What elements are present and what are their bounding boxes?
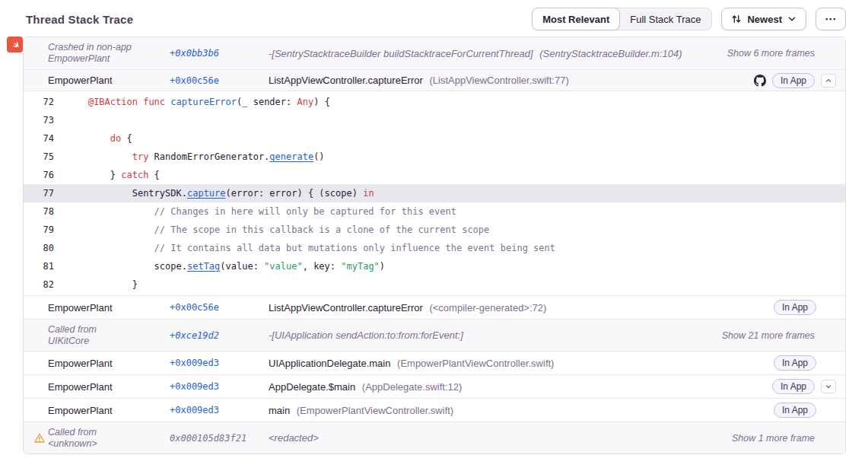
code-token: @IBAction xyxy=(88,97,138,107)
frame-address-link[interactable]: +0x009ed3 xyxy=(170,405,269,415)
frame-function: AppDelegate.$main xyxy=(269,381,355,393)
code-token: "value" xyxy=(264,261,303,272)
frame-source-link[interactable]: (EmpowerPlantViewController.swift) xyxy=(397,358,554,369)
code-token: { xyxy=(148,170,159,180)
stack-frame-row[interactable]: Called from <unknown> 0x000105d83f21 <re… xyxy=(24,422,845,453)
source-context: 72 @IBAction func captureError(_ sender:… xyxy=(24,91,845,295)
code-token: ) { xyxy=(313,97,330,107)
expand-frame-button[interactable] xyxy=(821,380,836,393)
chevron-down-icon xyxy=(825,380,832,393)
code-token: (error: error) { (scope) xyxy=(226,188,364,199)
code-token: (value: xyxy=(220,261,264,272)
frame-function: <redacted> xyxy=(269,432,319,444)
frame-function: main xyxy=(269,405,290,416)
stack-frame-row[interactable]: EmpowerPlant +0x009ed3 UIApplicationDele… xyxy=(24,351,845,374)
in-app-badge: In App xyxy=(774,403,816,418)
code-token: do xyxy=(110,133,121,144)
in-app-badge: In App xyxy=(772,379,815,394)
frame-address-link[interactable]: +0xce19d2 xyxy=(170,330,269,341)
stack-frame-row[interactable]: EmpowerPlant +0x009ed3 main (EmpowerPlan… xyxy=(24,398,845,422)
most-relevant-button[interactable]: Most Relevant xyxy=(532,8,620,30)
line-number: 77 xyxy=(24,188,54,199)
line-number: 82 xyxy=(24,279,54,290)
frame-address-link[interactable]: +0x009ed3 xyxy=(170,381,269,392)
code-line: 81 scope.setTag(value: "value", key: "my… xyxy=(24,257,845,275)
frame-source-link[interactable]: (AppDelegate.swift:12) xyxy=(362,381,463,393)
frame-module: EmpowerPlant xyxy=(48,75,170,86)
frame-function: -[UIApplication sendAction:to:from:forEv… xyxy=(269,329,463,341)
code-token xyxy=(66,151,132,162)
code-token: (_ sender: xyxy=(237,97,297,107)
code-line-highlighted: 77 SentrySDK.capture(error: error) { (sc… xyxy=(24,184,845,202)
code-token: try xyxy=(132,151,149,162)
code-token: } xyxy=(66,279,138,290)
line-number: 80 xyxy=(24,243,54,253)
frame-function: ListAppViewController.captureError xyxy=(269,302,423,313)
code-line: 82 } xyxy=(24,275,845,294)
ellipsis-icon: ⋯ xyxy=(825,12,837,26)
frame-address-link[interactable]: +0x00c56e xyxy=(170,302,269,313)
page-title: Thread Stack Trace xyxy=(26,13,133,26)
frame-function: -[SentryStacktraceBuilder buildStacktrac… xyxy=(269,48,533,59)
frame-source-link[interactable]: (<compiler-generated>:72) xyxy=(429,302,546,313)
frame-function: ListAppViewController.captureError xyxy=(269,75,423,86)
line-number: 73 xyxy=(24,115,54,126)
stack-frame-row[interactable]: EmpowerPlant +0x00c56e ListAppViewContro… xyxy=(24,69,845,91)
line-number: 81 xyxy=(24,261,54,272)
line-number: 76 xyxy=(24,170,54,180)
code-token: catch xyxy=(121,170,148,180)
frame-function: UIApplicationDelegate.main xyxy=(269,358,390,369)
code-token: func xyxy=(143,97,165,107)
code-line: 72 @IBAction func captureError(_ sender:… xyxy=(24,93,845,111)
frame-module: EmpowerPlant xyxy=(48,381,170,393)
collapse-frame-button[interactable] xyxy=(821,74,836,88)
full-stack-trace-button[interactable]: Full Stack Trace xyxy=(619,8,711,30)
stack-frame-rows: Crashed in non-app EmpowerPlant +0x0bb3b… xyxy=(24,37,845,453)
line-number: 72 xyxy=(24,97,54,107)
code-token: { xyxy=(121,133,132,144)
stack-trace-box: Crashed in non-app EmpowerPlant +0x0bb3b… xyxy=(23,37,846,454)
code-token: ) xyxy=(380,261,385,272)
swift-icon xyxy=(7,37,23,53)
stack-frame-row[interactable]: EmpowerPlant +0x009ed3 AppDelegate.$main… xyxy=(24,374,845,398)
show-more-frames-link[interactable]: Show 21 more frames xyxy=(722,330,815,341)
frame-source-link[interactable]: (ListAppViewController.swift:77) xyxy=(429,75,568,86)
thread-stack-trace-panel: Thread Stack Trace Most Relevant Full St… xyxy=(0,0,868,471)
line-number: 75 xyxy=(24,151,54,162)
code-link[interactable]: capture xyxy=(187,188,226,199)
line-number: 74 xyxy=(24,133,54,144)
sort-newest-button[interactable]: Newest xyxy=(721,8,806,30)
show-more-frames-link[interactable]: Show 6 more frames xyxy=(727,48,815,59)
frame-address-link[interactable]: +0x00c56e xyxy=(170,75,269,86)
frame-module: EmpowerPlant xyxy=(48,302,170,313)
frame-address-link[interactable]: +0x0bb3b6 xyxy=(170,48,269,59)
line-number: 78 xyxy=(24,206,54,217)
code-link[interactable]: setTag xyxy=(187,261,220,272)
code-line: 74 do { xyxy=(24,129,845,148)
chevron-up-icon xyxy=(825,74,832,88)
show-more-frames-link[interactable]: Show 1 more frame xyxy=(732,433,815,444)
github-icon[interactable] xyxy=(754,75,766,87)
code-token xyxy=(66,97,88,107)
code-token: // Changes in here will only be captured… xyxy=(154,206,456,217)
code-token: } xyxy=(66,170,121,180)
in-app-badge: In App xyxy=(774,355,816,371)
warning-icon xyxy=(33,432,46,444)
stack-trace: Crashed in non-app EmpowerPlant +0x0bb3b… xyxy=(23,37,846,454)
code-token xyxy=(66,206,154,217)
frame-source-link[interactable]: (EmpowerPlantViewController.swift) xyxy=(297,405,453,416)
frame-module: Crashed in non-app EmpowerPlant xyxy=(48,42,170,65)
chevron-down-icon xyxy=(787,14,796,24)
panel-header: Thread Stack Trace Most Relevant Full St… xyxy=(0,0,868,30)
code-line: 73 xyxy=(24,111,845,129)
code-link[interactable]: generate xyxy=(269,151,313,162)
stack-frame-row[interactable]: Called from UIKitCore +0xce19d2 -[UIAppl… xyxy=(24,319,845,351)
code-token: captureError xyxy=(170,97,237,107)
code-token: "myTag" xyxy=(341,261,380,272)
frame-address-link[interactable]: +0x009ed3 xyxy=(170,358,269,368)
more-options-button[interactable]: ⋯ xyxy=(816,8,846,30)
stack-frame-row[interactable]: Crashed in non-app EmpowerPlant +0x0bb3b… xyxy=(24,37,845,69)
code-line: 75 try RandomErrorGenerator.generate() xyxy=(24,148,845,166)
code-token: RandomErrorGenerator. xyxy=(148,151,269,162)
stack-frame-row[interactable]: EmpowerPlant +0x00c56e ListAppViewContro… xyxy=(24,295,845,319)
